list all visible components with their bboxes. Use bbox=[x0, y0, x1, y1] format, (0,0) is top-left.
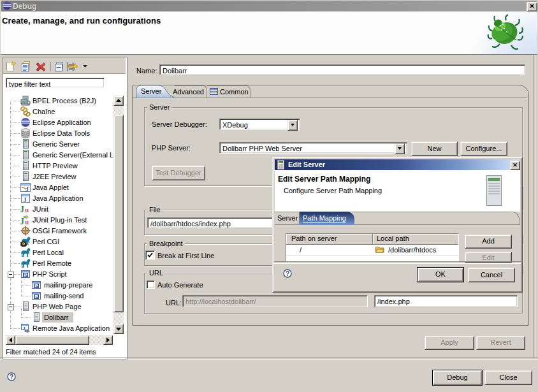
svg-text:?: ? bbox=[10, 374, 13, 381]
svg-text:?: ? bbox=[286, 270, 289, 277]
